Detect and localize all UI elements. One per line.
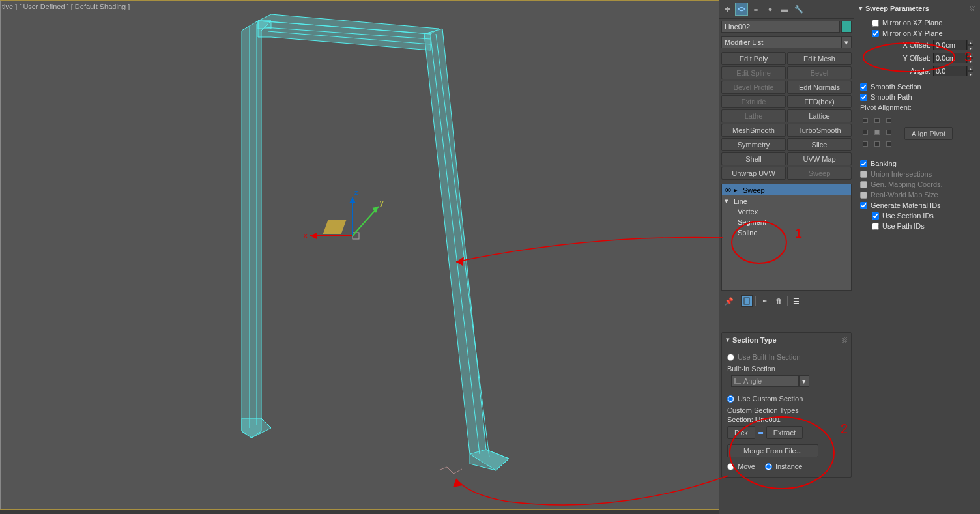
move-label: Move bbox=[738, 463, 755, 470]
sweep-params-header[interactable]: ▾ Sweep Parameters bbox=[855, 1, 979, 15]
stack-subitem-segment[interactable]: Segment bbox=[722, 217, 851, 227]
stack-label-line: Line bbox=[732, 197, 747, 205]
section-type-header[interactable]: ▾ Section Type bbox=[722, 333, 851, 347]
angle-label: Angle bbox=[743, 377, 762, 385]
show-end-result-icon[interactable] bbox=[741, 295, 753, 307]
expand-icon[interactable]: ▸ bbox=[734, 186, 742, 194]
use-path-ids-checkbox[interactable] bbox=[872, 223, 879, 230]
y-offset-input[interactable] bbox=[933, 53, 967, 63]
use-custom-radio[interactable] bbox=[727, 395, 734, 403]
remove-modifier-icon[interactable]: 🗑 bbox=[773, 295, 785, 307]
spinner-up-icon[interactable]: ▴ bbox=[967, 53, 973, 58]
modifier-stack[interactable]: 👁 ▸ Sweep ▾ Line Vertex Segment Spline bbox=[721, 184, 852, 291]
modify-tab-icon[interactable] bbox=[735, 3, 748, 16]
stack-label-vertex: Vertex bbox=[736, 208, 758, 216]
configure-sets-icon[interactable]: ☰ bbox=[790, 295, 802, 307]
visibility-eye-icon[interactable]: 👁 bbox=[725, 186, 734, 194]
use-custom-radio-row[interactable]: Use Custom Section bbox=[727, 392, 846, 405]
spinner-down-icon[interactable]: ▾ bbox=[967, 71, 973, 76]
smooth-section-checkbox[interactable] bbox=[860, 83, 867, 91]
stack-subitem-spline[interactable]: Spline bbox=[722, 227, 851, 238]
modifier-button-lattice[interactable]: Lattice bbox=[787, 109, 852, 122]
modifier-button-turbosmooth[interactable]: TurboSmooth bbox=[787, 124, 852, 137]
spinner-down-icon[interactable]: ▾ bbox=[967, 58, 973, 63]
modifier-button-shell[interactable]: Shell bbox=[721, 152, 786, 165]
make-unique-icon[interactable]: ⚭ bbox=[758, 295, 770, 307]
use-builtin-radio-row[interactable]: Use Built-In Section bbox=[727, 350, 846, 364]
pivot-cell[interactable] bbox=[886, 118, 891, 123]
create-tab-icon[interactable]: ✚ bbox=[721, 3, 734, 16]
real-world-checkbox bbox=[860, 192, 867, 199]
modifier-list-dropdown-button[interactable]: ▾ bbox=[841, 36, 852, 48]
pivot-cell[interactable] bbox=[863, 141, 868, 147]
instance-radio[interactable] bbox=[765, 463, 772, 470]
transform-gizmo[interactable]: x z y bbox=[307, 207, 398, 272]
pivot-cell[interactable] bbox=[874, 141, 880, 147]
modifier-button-unwrap-uvw[interactable]: Unwrap UVW bbox=[721, 167, 786, 180]
viewport-3d[interactable]: tive ] [ User Defined ] [ Default Shadin… bbox=[0, 0, 719, 510]
smooth-path-label: Smooth Path bbox=[871, 93, 912, 101]
use-path-ids-label: Use Path IDs bbox=[882, 222, 925, 230]
pin-stack-icon[interactable]: 📌 bbox=[723, 295, 735, 307]
pivot-cell[interactable] bbox=[886, 141, 891, 147]
svg-line-12 bbox=[436, 34, 489, 457]
modifier-button-extrude: Extrude bbox=[721, 95, 786, 108]
stack-item-sweep[interactable]: 👁 ▸ Sweep bbox=[722, 184, 851, 195]
dropdown-arrow-icon[interactable]: ▾ bbox=[799, 375, 809, 387]
object-color-swatch[interactable] bbox=[841, 21, 852, 33]
spinner-up-icon[interactable]: ▴ bbox=[967, 66, 973, 71]
merge-icon[interactable]: ≣ bbox=[758, 429, 764, 437]
use-section-ids-checkbox[interactable] bbox=[872, 212, 879, 220]
banking-checkbox[interactable] bbox=[860, 160, 867, 167]
modifier-button-edit-mesh[interactable]: Edit Mesh bbox=[787, 52, 852, 65]
pivot-alignment-grid[interactable] bbox=[860, 115, 897, 152]
stack-item-line[interactable]: ▾ Line bbox=[722, 195, 851, 207]
custom-section-types-label: Custom Section Types bbox=[727, 407, 846, 414]
modifier-list-dropdown[interactable]: Modifier List bbox=[721, 36, 841, 48]
object-name-input[interactable] bbox=[721, 21, 840, 33]
gizmo-plane-xy[interactable] bbox=[323, 220, 347, 234]
instance-label: Instance bbox=[775, 463, 803, 470]
modifier-button-uvw-map[interactable]: UVW Map bbox=[787, 152, 852, 165]
motion-tab-icon[interactable]: ● bbox=[764, 3, 777, 16]
banking-label: Banking bbox=[871, 160, 897, 167]
smooth-path-checkbox[interactable] bbox=[860, 94, 867, 101]
move-radio[interactable] bbox=[727, 463, 734, 470]
angle-input[interactable] bbox=[933, 66, 967, 76]
pivot-cell[interactable] bbox=[863, 130, 868, 135]
gizmo-center[interactable] bbox=[353, 233, 359, 239]
hierarchy-tab-icon[interactable]: ≡ bbox=[749, 3, 762, 16]
spinner-up-icon[interactable]: ▴ bbox=[967, 40, 973, 45]
collapse-icon[interactable]: ▾ bbox=[725, 197, 732, 205]
pivot-cell[interactable] bbox=[886, 130, 891, 135]
merge-from-file-button[interactable]: Merge From File... bbox=[727, 444, 818, 457]
x-offset-input[interactable] bbox=[933, 40, 967, 50]
modifier-button-sweep: Sweep bbox=[787, 167, 852, 180]
gen-material-checkbox[interactable] bbox=[860, 202, 867, 209]
modifier-button-ffd-box-[interactable]: FFD(box) bbox=[787, 95, 852, 108]
use-builtin-radio[interactable] bbox=[727, 354, 734, 361]
pivot-cell-center[interactable] bbox=[874, 130, 880, 135]
mirror-xy-checkbox[interactable] bbox=[872, 30, 879, 37]
section-spline[interactable] bbox=[439, 467, 462, 474]
viewport-label[interactable]: tive ] [ User Defined ] [ Default Shadin… bbox=[2, 3, 130, 10]
pivot-cell[interactable] bbox=[863, 118, 868, 123]
display-tab-icon[interactable]: ▬ bbox=[778, 3, 791, 16]
spinner-down-icon[interactable]: ▾ bbox=[967, 45, 973, 50]
modifier-button-edit-poly[interactable]: Edit Poly bbox=[721, 52, 786, 65]
modifier-button-meshsmooth[interactable]: MeshSmooth bbox=[721, 124, 786, 137]
extract-button[interactable]: Extract bbox=[766, 426, 803, 439]
section-type-title: Section Type bbox=[732, 336, 777, 344]
stack-subitem-vertex[interactable]: Vertex bbox=[722, 207, 851, 217]
utilities-tab-icon[interactable]: 🔧 bbox=[792, 3, 805, 16]
modifier-button-edit-normals[interactable]: Edit Normals bbox=[787, 81, 852, 94]
align-pivot-button[interactable]: Align Pivot bbox=[904, 127, 953, 140]
mirror-xz-checkbox[interactable] bbox=[872, 20, 879, 27]
collapse-arrow-icon: ▾ bbox=[859, 4, 863, 12]
pivot-cell[interactable] bbox=[874, 118, 880, 123]
builtin-section-dropdown[interactable]: Angle ▾ bbox=[731, 375, 809, 387]
modifier-buttons-grid: Edit PolyEdit MeshEdit SplineBevelBevel … bbox=[719, 50, 854, 182]
modifier-button-symmetry[interactable]: Symmetry bbox=[721, 138, 786, 151]
modifier-button-slice[interactable]: Slice bbox=[787, 138, 852, 151]
pick-button[interactable]: Pick bbox=[727, 426, 755, 439]
